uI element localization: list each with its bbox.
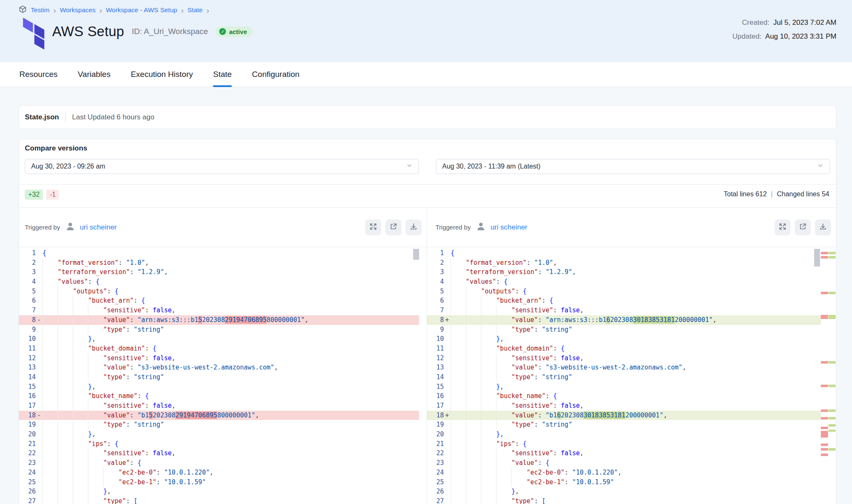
expand-button[interactable]: [365, 219, 381, 235]
ruler-added-mark: [828, 430, 836, 432]
tab-execution-history[interactable]: Execution History: [121, 62, 203, 87]
open-in-new-icon: [799, 222, 807, 232]
changed-lines: Changed lines 54: [777, 190, 829, 198]
tab-variables[interactable]: Variables: [68, 62, 121, 87]
indent-guide: [58, 315, 73, 325]
indent-guide: [42, 258, 58, 268]
diff-marker: [444, 296, 451, 306]
indent-guide: [481, 487, 496, 496]
diff-marker: [36, 306, 42, 315]
line-number: 14: [19, 372, 36, 382]
chevron-down-icon: [406, 162, 413, 171]
indent-guide: [58, 449, 73, 458]
open-in-new-button[interactable]: [385, 219, 401, 235]
ruler-added-mark: [828, 385, 836, 387]
scrollbar-thumb[interactable]: [413, 249, 419, 260]
line-number: 10: [427, 334, 444, 344]
diff-marker: [444, 277, 451, 287]
code-line: 25"ec2-be-1": "10.0.1.59": [19, 478, 419, 487]
indent-guide: [496, 411, 511, 420]
line-number: 23: [19, 458, 36, 468]
diff-marker: [444, 258, 451, 268]
indent-guide: [466, 420, 481, 430]
indent-guide: [466, 496, 481, 504]
diff-marker: [444, 401, 451, 411]
code-line: 13"value": "s3-website-us-west-2.amazona…: [427, 363, 821, 372]
scrollbar-thumb[interactable]: [814, 249, 820, 267]
line-number: 9: [427, 325, 444, 335]
indent-guide: [88, 401, 103, 411]
breadcrumb-link[interactable]: Workspace - AWS Setup: [106, 6, 177, 14]
expand-button[interactable]: [775, 219, 791, 235]
line-number: 18: [427, 411, 444, 420]
check-circle-icon: ✓: [219, 28, 226, 35]
indent-guide: [88, 306, 103, 315]
line-number: 8: [427, 315, 444, 325]
breadcrumb-link[interactable]: Testim: [31, 6, 50, 14]
line-number: 5: [427, 287, 444, 296]
indent-guide: [58, 478, 73, 487]
diff-marker: [36, 344, 42, 354]
indent-guide: [496, 496, 511, 504]
indent-guide: [496, 354, 511, 363]
indent-guide: [451, 420, 466, 430]
indent-guide: [451, 325, 466, 335]
indent-guide: [466, 354, 481, 363]
breadcrumb-link[interactable]: State: [188, 6, 203, 14]
tab-resources[interactable]: Resources: [9, 62, 68, 87]
line-number: 27: [19, 496, 36, 504]
open-in-new-button[interactable]: [795, 219, 811, 235]
tab-state[interactable]: State: [203, 62, 242, 87]
code-line: 16"bucket_name": {: [427, 391, 821, 401]
triggered-by-user[interactable]: uri scheiner: [80, 223, 117, 232]
code-line: 27"type": [: [19, 496, 419, 504]
indent-guide: [42, 468, 58, 478]
code-line: 27"type": [: [427, 496, 821, 504]
indent-guide: [481, 315, 496, 325]
version-select-right[interactable]: Aug 30, 2023 - 11:39 am (Latest): [436, 159, 830, 174]
tab-configuration[interactable]: Configuration: [242, 62, 310, 87]
created-value: Jul 5, 2023 7:02 AM: [773, 18, 836, 26]
code-line: 6"bucket_arn": {: [19, 296, 419, 306]
ruler-removed-mark: [821, 292, 828, 294]
line-number: 24: [427, 468, 444, 478]
ruler-added-mark: [828, 417, 836, 420]
code-line: 22"sensitive": false,: [427, 449, 821, 458]
indent-guide: [466, 382, 481, 392]
ruler-removed-mark: [821, 427, 828, 429]
triggered-by-user[interactable]: uri scheiner: [491, 223, 528, 232]
download-button[interactable]: [406, 219, 422, 235]
indent-guide: [451, 267, 466, 277]
diff-marker: [36, 354, 42, 363]
code-line: 2"format_version": "1.0",: [427, 258, 821, 268]
code-line: 11"bucket_domain": {: [427, 344, 821, 354]
diff-marker: [36, 334, 42, 344]
line-number: 3: [19, 267, 36, 277]
diff-marker: [36, 478, 42, 487]
indent-guide: [42, 420, 58, 430]
indent-guide: [58, 420, 73, 430]
code-line: 21"ips": {: [427, 439, 821, 449]
code-line: 17"sensitive": false,: [427, 401, 821, 411]
download-button[interactable]: [815, 219, 831, 235]
indent-guide: [496, 363, 511, 372]
added-lines-badge: +32: [25, 190, 43, 200]
diff-marker: [36, 449, 42, 458]
indent-guide: [73, 382, 88, 392]
indent-guide: [481, 478, 496, 487]
code-line: 15},: [427, 382, 821, 392]
indent-guide: [42, 344, 58, 354]
indent-guide: [451, 496, 466, 504]
version-select-left[interactable]: Aug 30, 2023 - 09:26 am: [25, 159, 419, 174]
diff-marker: +: [444, 315, 451, 325]
indent-guide: [451, 449, 466, 458]
indent-guide: [466, 487, 481, 496]
indent-guide: [73, 306, 88, 315]
indent-guide: [481, 430, 496, 439]
indent-guide: [88, 325, 103, 335]
tab-label: Variables: [78, 70, 111, 79]
breadcrumb-link[interactable]: Workspaces: [60, 6, 96, 14]
diff-marker: [444, 248, 451, 258]
open-in-new-icon: [389, 222, 398, 232]
code-line: 9"type": "string": [427, 325, 821, 335]
